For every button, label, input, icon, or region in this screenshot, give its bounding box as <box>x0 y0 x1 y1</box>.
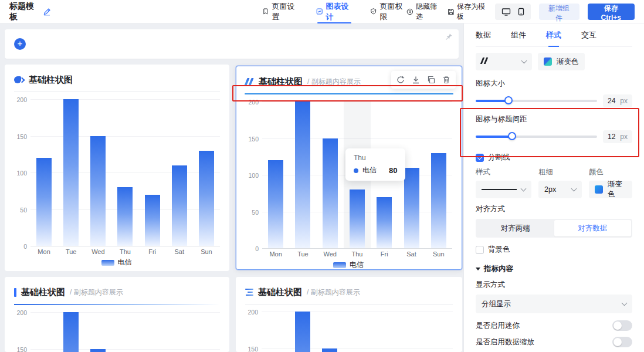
save-button[interactable]: 保存 Ctrl+s <box>588 4 635 20</box>
save-as-template-button[interactable]: 保存为模板 <box>448 2 486 22</box>
bar-column-Wed[interactable] <box>84 312 111 352</box>
icon-gap-slider[interactable] <box>476 136 597 138</box>
bar[interactable] <box>431 153 446 249</box>
hide-filter-button[interactable]: 隐藏筛选 <box>406 2 439 22</box>
divider-color-button[interactable]: 渐变色 <box>589 181 632 198</box>
tab-chart-design[interactable]: 图表设计 <box>316 0 352 23</box>
bar[interactable] <box>199 151 214 246</box>
pin-icon[interactable] <box>445 33 453 40</box>
display-mode-dropdown[interactable]: 分组显示 <box>476 295 632 313</box>
panel-tab-style[interactable]: 样式 <box>546 23 561 47</box>
bar-column-Tue[interactable] <box>57 312 84 352</box>
panel-tab-component[interactable]: 组件 <box>511 23 526 47</box>
double-slash-icon <box>482 57 489 66</box>
top-header: 标题模板 页面设置 图表设计 页面权限 隐藏筛选 保存为模板 <box>0 0 644 23</box>
icon-gap-value[interactable]: 12px <box>603 130 632 143</box>
bar-column-Mon[interactable] <box>30 312 57 352</box>
refresh-icon[interactable] <box>395 74 406 86</box>
bar[interactable] <box>404 168 419 249</box>
bar-column-Sat[interactable] <box>166 312 193 352</box>
bar[interactable] <box>295 101 310 248</box>
title-icon-style-dropdown[interactable] <box>476 53 532 70</box>
bar-column-Sat[interactable] <box>166 99 193 246</box>
tab-page-permissions[interactable]: 页面权限 <box>370 0 406 23</box>
hide-filter-icon <box>406 8 413 16</box>
panel-tab-data[interactable]: 数据 <box>476 23 491 47</box>
gridline: 0 <box>262 248 452 249</box>
bar[interactable] <box>90 136 106 246</box>
align-option-data[interactable]: 对齐数据 <box>554 220 632 236</box>
chart-card-basic-bar-2-selected[interactable]: 基础柱状图 / 副标题内容展示 200150100500 <box>236 66 462 270</box>
bar-column-Mon[interactable] <box>262 312 289 352</box>
bar-column-Sun[interactable] <box>425 101 452 248</box>
bar-column-Fri[interactable] <box>139 99 166 246</box>
chart-title: 基础柱状图 <box>259 76 303 87</box>
divider-style-dropdown[interactable] <box>476 181 531 198</box>
bar-column-Wed[interactable] <box>317 101 344 248</box>
bar-column-Sun[interactable] <box>193 312 220 352</box>
chart-card-basic-bar-3[interactable]: 基础柱状图 / 副标题内容展示 200150100500 <box>5 277 229 352</box>
chart-title-icon-vertical-bar <box>14 288 16 297</box>
add-component-button[interactable]: 新增组件 <box>539 4 579 20</box>
panel-tabs: 数据 组件 样式 交互 <box>476 23 632 47</box>
icon-size-label: 图标大小 <box>476 79 632 89</box>
bar[interactable] <box>145 195 160 246</box>
download-icon[interactable] <box>410 74 422 86</box>
icon-size-slider[interactable] <box>476 100 597 102</box>
chart-card-basic-bar-1[interactable]: 基础柱状图 200150100500 MonTueWedThuFriSatSun… <box>5 65 229 271</box>
bar-column-Tue[interactable] <box>289 312 317 352</box>
bar-column-Wed[interactable] <box>316 312 344 352</box>
bar[interactable] <box>63 312 79 352</box>
icon-size-value[interactable]: 24px <box>603 94 632 107</box>
enable-datazoom-toggle[interactable] <box>612 337 632 347</box>
desktop-preview-icon[interactable] <box>500 6 513 18</box>
bar[interactable] <box>350 189 365 248</box>
mobile-preview-icon[interactable] <box>516 6 526 18</box>
bar-plot: 200150100500 <box>244 312 453 352</box>
bar-column-Tue[interactable] <box>57 99 84 246</box>
bar-column-Thu[interactable] <box>344 312 371 352</box>
divider-checkbox[interactable] <box>476 154 484 162</box>
chart-card-basic-bar-4[interactable]: 基础柱状图 / 副标题内容展示 200150100500 <box>236 277 462 352</box>
bar-column-Tue[interactable] <box>289 101 316 248</box>
align-option-both-ends[interactable]: 对齐两端 <box>477 220 554 236</box>
enable-mini-toggle[interactable] <box>612 320 632 331</box>
bar[interactable] <box>90 349 106 352</box>
bar-column-Thu[interactable] <box>111 99 138 246</box>
bar-column-Thu[interactable] <box>111 312 138 352</box>
bar[interactable] <box>323 138 338 249</box>
chart-title-icon-leaf-chevron <box>14 76 24 83</box>
bar-column-Sun[interactable] <box>425 312 453 352</box>
divider-weight-dropdown[interactable]: 2px <box>538 181 582 198</box>
filter-bar-component[interactable]: + <box>5 29 459 59</box>
bar[interactable] <box>172 165 187 246</box>
icon-gradient-color-button[interactable]: 渐变色 <box>538 53 585 70</box>
background-color-checkbox[interactable] <box>476 246 484 254</box>
bar[interactable] <box>36 158 52 246</box>
panel-tab-interaction[interactable]: 交互 <box>581 23 596 47</box>
tab-page-settings[interactable]: 页面设置 <box>262 0 299 23</box>
add-filter-button[interactable]: + <box>14 38 26 50</box>
bar[interactable] <box>268 160 283 248</box>
bar[interactable] <box>295 312 310 352</box>
edit-title-icon[interactable] <box>43 8 51 16</box>
bar[interactable] <box>322 348 337 352</box>
copy-icon[interactable] <box>425 74 437 86</box>
bar[interactable] <box>377 197 392 249</box>
bar-column-Fri[interactable] <box>139 312 166 352</box>
document-title: 标题模板 <box>9 1 38 22</box>
bar-column-Mon[interactable] <box>262 101 289 248</box>
delete-icon[interactable] <box>440 74 452 86</box>
chart-legend[interactable]: 电信 <box>245 258 452 270</box>
bar-column-Wed[interactable] <box>84 99 111 246</box>
collapse-caret-icon[interactable] <box>476 268 480 270</box>
chevron-down-icon <box>521 57 527 63</box>
chart-legend[interactable]: 电信 <box>13 255 220 268</box>
divider-style-label: 样式 <box>476 167 531 177</box>
bar-column-Mon[interactable] <box>30 99 57 246</box>
bar-column-Sun[interactable] <box>193 99 220 246</box>
bar[interactable] <box>117 187 133 246</box>
bar-column-Fri[interactable] <box>371 312 398 352</box>
bar[interactable] <box>63 99 79 246</box>
bar-column-Sat[interactable] <box>398 312 426 352</box>
